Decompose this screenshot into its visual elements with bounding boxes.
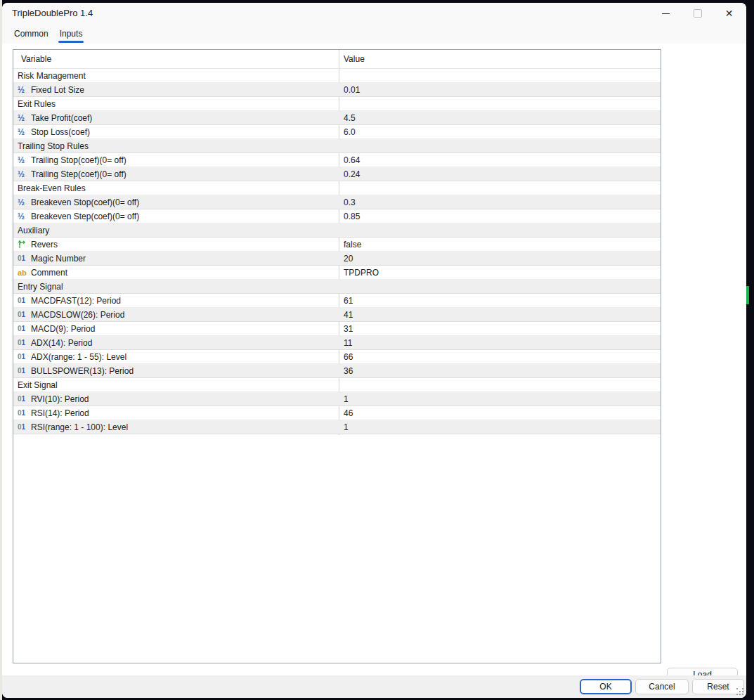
variable-label: MACDFAST(12): Period (31, 296, 121, 306)
value-cell[interactable]: 4.5 (339, 113, 356, 123)
tab-inputs[interactable]: Inputs (56, 24, 87, 44)
section-header-row[interactable]: Exit Rules (13, 97, 661, 111)
variable-label: Entry Signal (18, 282, 63, 292)
variable-label: Break-Even Rules (18, 183, 86, 193)
variable-cell[interactable]: 01 Magic Number (13, 254, 339, 264)
variable-cell[interactable]: 01 RVI(10): Period (13, 394, 339, 404)
variable-label: RSI(range: 1 - 100): Level (31, 422, 128, 432)
table-row[interactable]: ½ Fixed Lot Size 0.01 (13, 83, 661, 97)
table-row[interactable]: ½ Trailing Step(coef)(0= off) 0.24 (13, 167, 661, 181)
value-cell[interactable]: 46 (339, 408, 353, 418)
variable-cell[interactable]: Entry Signal (13, 282, 339, 292)
variable-label: Exit Rules (18, 99, 56, 109)
table-row[interactable]: 01 ADX(14): Period 11 (13, 336, 661, 350)
integer-type-icon: 01 (18, 339, 31, 346)
variable-label: Trailing Stop Rules (18, 141, 89, 151)
value-cell[interactable]: 0.01 (339, 85, 360, 95)
variable-cell[interactable]: 01 MACD(9): Period (13, 324, 339, 334)
table-row[interactable]: ab Comment TPDPRO (13, 266, 661, 280)
table-row[interactable]: 01 MACDFAST(12): Period 61 (13, 294, 661, 308)
variable-cell[interactable]: 01 ADX(range: 1 - 55): Level (13, 352, 339, 362)
variable-cell[interactable]: Revers (13, 240, 339, 249)
variable-cell[interactable]: ½ Trailing Step(coef)(0= off) (13, 169, 339, 179)
variable-cell[interactable]: ½ Fixed Lot Size (13, 85, 339, 95)
variable-label: Magic Number (31, 254, 86, 264)
resize-grip[interactable] (736, 687, 744, 696)
table-row[interactable]: 01 Magic Number 20 (13, 252, 661, 266)
section-header-row[interactable]: Entry Signal (13, 280, 661, 294)
variable-cell[interactable]: ½ Take Profit(coef) (13, 113, 339, 123)
variable-label: RSI(14): Period (31, 408, 89, 418)
dialog-footer: OK Cancel Reset (2, 675, 746, 698)
ok-button[interactable]: OK (580, 679, 632, 694)
section-header-row[interactable]: Trailing Stop Rules (13, 139, 661, 153)
variable-label: Trailing Step(coef)(0= off) (31, 169, 126, 179)
double-type-icon: ½ (18, 155, 31, 165)
value-cell[interactable]: 0.24 (339, 169, 360, 179)
table-row[interactable]: 01 MACD(9): Period 31 (13, 322, 661, 336)
table-row[interactable]: 01 BULLSPOWER(13): Period 36 (13, 364, 661, 378)
integer-type-icon: 01 (18, 311, 31, 318)
integer-type-icon: 01 (18, 325, 31, 332)
value-cell[interactable]: 20 (339, 254, 353, 264)
value-cell[interactable]: 1 (339, 394, 349, 404)
table-row[interactable]: 01 MACDSLOW(26): Period 41 (13, 308, 661, 322)
variable-cell[interactable]: ab Comment (13, 268, 339, 278)
section-header-row[interactable]: Break-Even Rules (13, 181, 661, 195)
variable-cell[interactable]: 01 ADX(14): Period (13, 338, 339, 348)
value-cell[interactable]: 6.0 (339, 127, 356, 137)
title-bar[interactable]: TripleDoublePro 1.4 ✕ (2, 3, 746, 24)
value-cell[interactable]: 31 (339, 324, 353, 334)
section-header-row[interactable]: Exit Signal (13, 378, 661, 392)
value-cell[interactable]: 0.85 (339, 212, 360, 221)
value-cell[interactable]: 36 (339, 366, 353, 376)
variable-cell[interactable]: ½ Trailing Stop(coef)(0= off) (13, 155, 339, 165)
minimize-button[interactable] (650, 3, 682, 24)
table-row[interactable]: 01 RVI(10): Period 1 (13, 392, 661, 406)
table-row[interactable]: 01 RSI(range: 1 - 100): Level 1 (13, 420, 661, 434)
section-header-row[interactable]: Risk Management (13, 69, 661, 83)
variable-cell[interactable]: Exit Signal (13, 380, 339, 390)
variable-cell[interactable]: 01 BULLSPOWER(13): Period (13, 366, 339, 376)
variable-cell[interactable]: Risk Management (13, 71, 339, 81)
table-row[interactable]: ½ Trailing Stop(coef)(0= off) 0.64 (13, 153, 661, 167)
value-cell[interactable]: 1 (339, 422, 349, 432)
value-cell[interactable]: 0.3 (339, 197, 356, 207)
variable-label: MACDSLOW(26): Period (31, 310, 124, 320)
table-row[interactable]: 01 RSI(14): Period 46 (13, 406, 661, 420)
variable-cell[interactable]: Exit Rules (13, 99, 339, 109)
value-cell[interactable]: 61 (339, 296, 353, 306)
variable-cell[interactable]: Trailing Stop Rules (13, 141, 339, 151)
table-row[interactable]: ½ Breakeven Step(coef)(0= off) 0.85 (13, 209, 661, 223)
tab-common[interactable]: Common (10, 24, 53, 44)
variable-cell[interactable]: ½ Breakeven Stop(coef)(0= off) (13, 197, 339, 207)
variable-cell[interactable]: ½ Breakeven Step(coef)(0= off) (13, 212, 339, 221)
variable-cell[interactable]: 01 RSI(range: 1 - 100): Level (13, 422, 339, 432)
value-cell[interactable]: 0.64 (339, 155, 360, 165)
variable-cell[interactable]: ½ Stop Loss(coef) (13, 127, 339, 137)
value-cell[interactable]: false (339, 240, 361, 249)
variable-cell[interactable]: 01 MACDSLOW(26): Period (13, 310, 339, 320)
value-cell[interactable]: 66 (339, 352, 353, 362)
variable-cell[interactable]: 01 RSI(14): Period (13, 408, 339, 418)
table-row[interactable]: ½ Stop Loss(coef) 6.0 (13, 125, 661, 139)
variable-label: RVI(10): Period (31, 394, 89, 404)
section-header-row[interactable]: Auxiliary (13, 223, 661, 238)
variable-cell[interactable]: Auxiliary (13, 226, 339, 235)
double-type-icon: ½ (18, 197, 31, 207)
cancel-button[interactable]: Cancel (635, 679, 689, 694)
integer-type-icon: 01 (18, 409, 31, 417)
variable-cell[interactable]: Break-Even Rules (13, 183, 339, 193)
table-row[interactable]: 01 ADX(range: 1 - 55): Level 66 (13, 350, 661, 364)
value-cell[interactable]: 11 (339, 338, 352, 348)
close-button[interactable]: ✕ (713, 3, 745, 24)
variable-cell[interactable]: 01 MACDFAST(12): Period (13, 296, 339, 306)
variable-label: Comment (31, 268, 67, 278)
value-cell[interactable]: 41 (339, 310, 353, 320)
value-cell[interactable]: TPDPRO (339, 268, 379, 278)
table-row[interactable]: ½ Take Profit(coef) 4.5 (13, 111, 661, 125)
integer-type-icon: 01 (18, 353, 31, 361)
table-row[interactable]: ½ Breakeven Stop(coef)(0= off) 0.3 (13, 195, 661, 209)
double-type-icon: ½ (18, 127, 31, 137)
table-row[interactable]: Revers false (13, 238, 661, 252)
